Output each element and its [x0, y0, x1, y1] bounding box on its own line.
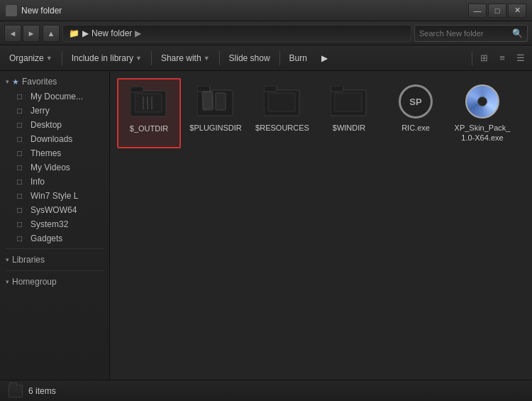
search-icon: 🔍	[512, 28, 523, 38]
status-count: 6 items	[28, 386, 56, 396]
sidebar-item-info[interactable]: □ Info	[0, 175, 109, 189]
burn-button[interactable]: Burn	[283, 48, 314, 68]
sidebar-item-system32[interactable]: □ System32	[0, 217, 109, 231]
ric-exe-label: RIC.exe	[401, 123, 430, 133]
file-item-windir[interactable]: $WINDIR	[317, 78, 381, 148]
sidebar-item-syswow64[interactable]: □ SysWOW64	[0, 203, 109, 217]
forward-button[interactable]: ►	[23, 25, 40, 42]
toolbar-separator-2	[151, 51, 152, 65]
organize-button[interactable]: Organize ▼	[3, 48, 59, 68]
search-box[interactable]: Search New folder 🔍	[414, 25, 528, 42]
downloads-icon: □	[17, 134, 27, 144]
sp-circle: SP	[399, 84, 433, 119]
sidebar-item-mydocuments[interactable]: □ My Docume...	[0, 89, 109, 104]
file-grid: $_OUTDIR $PLUGINSDIR	[117, 78, 525, 148]
xp-skinpack-label: XP_Skin_Pack_1.0-X64.exe	[454, 123, 511, 143]
svg-rect-16	[335, 93, 362, 111]
gadgets-icon: □	[17, 234, 27, 243]
resources-icon	[264, 83, 301, 120]
slideshow-button[interactable]: Slide show	[223, 48, 277, 68]
sidebar-item-downloads-label: Downloads	[31, 134, 72, 144]
sidebar-item-gadgets[interactable]: □ Gadgets	[0, 231, 109, 246]
window-icon	[6, 5, 17, 16]
status-bar: 6 items	[0, 380, 532, 401]
sidebar-item-win7style[interactable]: □ Win7 Style L	[0, 189, 109, 203]
main-content: ▾ ★ Favorites □ My Docume... □ Jerry □ D…	[0, 71, 532, 380]
info-icon: □	[17, 177, 27, 187]
windir-icon	[331, 83, 367, 120]
jerry-icon: □	[17, 106, 27, 116]
view-details[interactable]: ☰	[512, 50, 529, 67]
homegroup-header[interactable]: ▾ Homegroup	[0, 274, 109, 290]
outdir-label: $_OUTDIR	[130, 123, 168, 133]
toolbar-separator-3	[219, 51, 220, 65]
sidebar-divider-1	[6, 248, 104, 249]
view-list[interactable]: ≡	[494, 50, 511, 67]
sidebar-item-gadgets-label: Gadgets	[31, 234, 62, 243]
window-title: New folder	[21, 6, 468, 16]
sidebar-item-info-label: Info	[31, 177, 45, 187]
minimize-button[interactable]: —	[468, 4, 487, 18]
view-large-icons[interactable]: ⊞	[475, 50, 492, 67]
svg-rect-9	[202, 92, 213, 109]
svg-rect-10	[216, 93, 226, 110]
sidebar-item-myvideos[interactable]: □ My Videos	[0, 160, 109, 175]
path-end-arrow: ▶	[135, 28, 141, 38]
maximize-button[interactable]: □	[488, 4, 506, 18]
sidebar-item-syswow64-label: SysWOW64	[31, 205, 77, 215]
include-arrow: ▼	[135, 55, 142, 62]
sidebar-item-myvideos-label: My Videos	[31, 163, 70, 172]
more-button[interactable]: ▶	[315, 48, 334, 68]
file-item-outdir[interactable]: $_OUTDIR	[117, 78, 181, 148]
win7style-icon: □	[17, 191, 27, 201]
folder-svg-pluginsdir	[197, 86, 234, 117]
file-item-pluginsdir[interactable]: $PLUGINSDIR	[184, 78, 248, 148]
file-item-resources[interactable]: $RESOURCES	[250, 78, 314, 148]
status-folder-icon	[9, 385, 23, 397]
cd-center	[477, 97, 487, 106]
search-placeholder: Search New folder	[419, 29, 484, 38]
nav-buttons: ◄ ►	[4, 25, 40, 42]
toolbar-separator-5	[472, 51, 472, 65]
file-item-ric-exe[interactable]: SP RIC.exe	[384, 78, 448, 148]
svg-rect-7	[197, 86, 210, 92]
favorites-label: Favorites	[22, 77, 57, 87]
sidebar-item-desktop-label: Desktop	[31, 120, 62, 130]
homegroup-label: Homegroup	[12, 277, 57, 287]
myvideos-icon: □	[17, 163, 27, 172]
include-library-button[interactable]: Include in library ▼	[65, 48, 148, 68]
themes-icon: □	[17, 148, 27, 158]
path-icon: 📁	[69, 28, 79, 38]
svg-rect-1	[131, 87, 143, 92]
sidebar-item-themes[interactable]: □ Themes	[0, 146, 109, 160]
sidebar-item-mydocuments-label: My Docume...	[31, 92, 83, 101]
libraries-arrow: ▾	[6, 256, 9, 263]
cd-icon	[465, 84, 499, 119]
sidebar-item-jerry[interactable]: □ Jerry	[0, 104, 109, 118]
sidebar-item-downloads[interactable]: □ Downloads	[0, 132, 109, 146]
favorites-arrow: ▾	[6, 78, 9, 85]
pluginsdir-label: $PLUGINSDIR	[189, 123, 241, 133]
share-with-button[interactable]: Share with ▼	[155, 48, 216, 68]
libraries-header[interactable]: ▾ Libraries	[0, 252, 109, 268]
address-path[interactable]: 📁 ▶ New folder ▶	[62, 25, 411, 42]
favorites-header[interactable]: ▾ ★ Favorites	[0, 74, 109, 89]
sidebar-item-desktop[interactable]: □ Desktop	[0, 118, 109, 132]
sidebar-item-jerry-label: Jerry	[31, 106, 50, 116]
sidebar-item-win7style-label: Win7 Style L	[31, 191, 78, 201]
up-button[interactable]: ▲	[43, 25, 60, 42]
ric-exe-icon: SP	[397, 83, 434, 120]
homegroup-arrow: ▾	[6, 278, 9, 285]
libraries-label: Libraries	[12, 255, 45, 265]
organize-arrow: ▼	[46, 55, 52, 62]
back-button[interactable]: ◄	[4, 25, 21, 42]
file-area[interactable]: $_OUTDIR $PLUGINSDIR	[110, 71, 532, 380]
sidebar: ▾ ★ Favorites □ My Docume... □ Jerry □ D…	[0, 71, 110, 380]
xp-skinpack-icon	[464, 83, 501, 120]
file-item-xp-skinpack[interactable]: XP_Skin_Pack_1.0-X64.exe	[450, 78, 514, 148]
windir-label: $WINDIR	[333, 123, 365, 133]
toolbar-separator-4	[279, 51, 280, 65]
close-button[interactable]: ✕	[508, 4, 526, 18]
address-bar: ◄ ► ▲ 📁 ▶ New folder ▶ Search New folder…	[0, 21, 532, 45]
path-folder: New folder	[92, 28, 132, 38]
